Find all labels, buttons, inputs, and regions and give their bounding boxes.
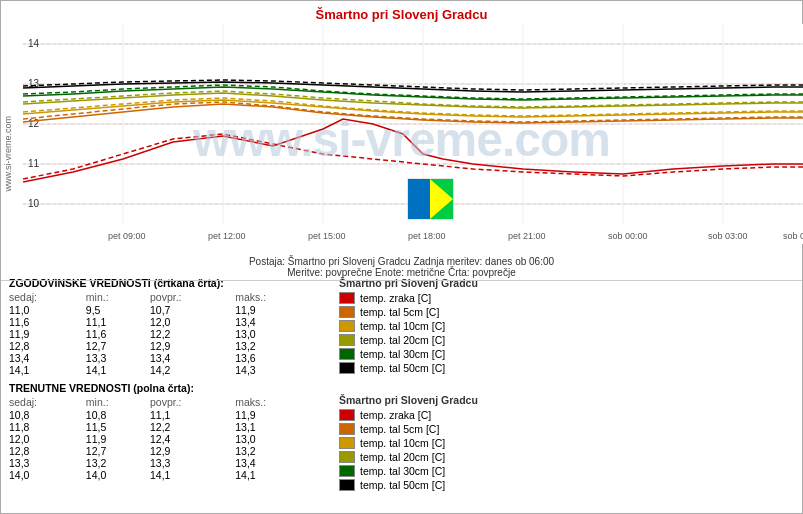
trenutne-col2: povpr.: <box>150 396 235 409</box>
legend-item: temp. tal 5cm [C] <box>339 306 794 318</box>
legend-title-repeat: Šmartno pri Slovenj Gradcu <box>339 394 794 406</box>
legend-items: temp. zraka [C]temp. tal 5cm [C]temp. ta… <box>339 292 794 374</box>
legend-item: temp. tal 5cm [C] <box>339 423 794 435</box>
table-row: 12,812,712,913,2 <box>9 445 319 457</box>
table-row: 11,911,612,213,0 <box>9 328 319 340</box>
legend-color-box <box>339 334 355 346</box>
svg-text:sob 06:00: sob 06:00 <box>783 231 803 241</box>
chart-meta-line2: Meritve: povprečne Enote: metrične Črta:… <box>1 267 802 278</box>
svg-text:pet 09:00: pet 09:00 <box>108 231 146 241</box>
legend-color-box <box>339 409 355 421</box>
si-vreme-side-label: www.si-vreme.com <box>3 116 13 192</box>
svg-text:pet 12:00: pet 12:00 <box>208 231 246 241</box>
legend-item: temp. tal 50cm [C] <box>339 362 794 374</box>
zgodovinske-table: sedaj: min.: povpr.: maks.: 11,09,510,71… <box>9 291 319 376</box>
trenutne-col3: maks.: <box>235 396 319 409</box>
legend-items-2: temp. zraka [C]temp. tal 5cm [C]temp. ta… <box>339 409 794 491</box>
legend-label: temp. tal 50cm [C] <box>360 479 445 491</box>
chart-svg-wrapper: www.si-vreme.com www.si-vreme.com <box>1 24 802 254</box>
legend-label: temp. tal 20cm [C] <box>360 451 445 463</box>
svg-text:pet 21:00: pet 21:00 <box>508 231 546 241</box>
legend-color-box <box>339 451 355 463</box>
right-legend: Šmartno pri Slovenj Gradcu temp. zraka [… <box>319 277 794 509</box>
table-row: 10,810,811,111,9 <box>9 409 319 421</box>
main-container: Šmartno pri Slovenj Gradcu www.si-vreme.… <box>0 0 803 514</box>
table-row: 11,611,112,013,4 <box>9 316 319 328</box>
legend-label: temp. zraka [C] <box>360 292 431 304</box>
svg-text:pet 15:00: pet 15:00 <box>308 231 346 241</box>
chart-meta-line1: Postaja: Šmartno pri Slovenj Gradcu Zadn… <box>1 256 802 267</box>
legend-label: temp. tal 5cm [C] <box>360 423 439 435</box>
legend-item: temp. tal 20cm [C] <box>339 451 794 463</box>
legend-color-box <box>339 292 355 304</box>
svg-text:sob 00:00: sob 00:00 <box>608 231 648 241</box>
legend-color-box <box>339 348 355 360</box>
legend-color-box <box>339 437 355 449</box>
svg-text:12: 12 <box>28 118 40 129</box>
trenutne-table: sedaj: min.: povpr.: maks.: 10,810,811,1… <box>9 396 319 481</box>
legend-label: temp. tal 10cm [C] <box>360 437 445 449</box>
table-row: 11,09,510,711,9 <box>9 304 319 316</box>
zgodovinske-col2: povpr.: <box>150 291 235 304</box>
legend-item: temp. zraka [C] <box>339 292 794 304</box>
svg-text:11: 11 <box>28 158 40 169</box>
legend-label: temp. zraka [C] <box>360 409 431 421</box>
zgodovinske-col1: min.: <box>86 291 150 304</box>
svg-text:10: 10 <box>28 198 40 209</box>
legend-label: temp. tal 30cm [C] <box>360 348 445 360</box>
trenutne-col0: sedaj: <box>9 396 86 409</box>
legend-label: temp. tal 5cm [C] <box>360 306 439 318</box>
legend-color-box <box>339 423 355 435</box>
legend-label: temp. tal 20cm [C] <box>360 334 445 346</box>
legend-item: temp. tal 30cm [C] <box>339 465 794 477</box>
chart-meta: Postaja: Šmartno pri Slovenj Gradcu Zadn… <box>1 254 802 281</box>
zgodovinske-col0: sedaj: <box>9 291 86 304</box>
svg-text:14: 14 <box>28 38 40 49</box>
legend-label: temp. tal 30cm [C] <box>360 465 445 477</box>
svg-rect-32 <box>408 179 430 219</box>
legend-item: temp. tal 10cm [C] <box>339 320 794 332</box>
legend-color-box <box>339 479 355 491</box>
chart-title: Šmartno pri Slovenj Gradcu <box>1 1 802 24</box>
zgodovinske-col3: maks.: <box>235 291 319 304</box>
legend-color-box <box>339 362 355 374</box>
table-row: 14,014,014,114,1 <box>9 469 319 481</box>
legend-item: temp. tal 10cm [C] <box>339 437 794 449</box>
chart-svg: 10 11 12 13 14 pet 09:00 pet 12:00 pet 1… <box>23 24 803 244</box>
chart-area: Šmartno pri Slovenj Gradcu www.si-vreme.… <box>1 1 802 271</box>
legend-label: temp. tal 10cm [C] <box>360 320 445 332</box>
table-row: 13,313,213,313,4 <box>9 457 319 469</box>
legend-item: temp. tal 50cm [C] <box>339 479 794 491</box>
table-row: 13,413,313,413,6 <box>9 352 319 364</box>
legend-item: temp. tal 20cm [C] <box>339 334 794 346</box>
bottom-section: ZGODOVINSKE VREDNOSTI (črtkana črta): se… <box>1 271 802 513</box>
table-row: 12,011,912,413,0 <box>9 433 319 445</box>
table-row: 11,811,512,213,1 <box>9 421 319 433</box>
legend-color-box <box>339 320 355 332</box>
trenutne-col1: min.: <box>86 396 150 409</box>
svg-text:sob 03:00: sob 03:00 <box>708 231 748 241</box>
legend-title-2: Šmartno pri Slovenj Gradcu temp. zraka [… <box>339 394 794 491</box>
legend-item: temp. tal 30cm [C] <box>339 348 794 360</box>
trenutne-header: TRENUTNE VREDNOSTI (polna črta): <box>9 382 319 394</box>
legend-item: temp. zraka [C] <box>339 409 794 421</box>
svg-text:pet 18:00: pet 18:00 <box>408 231 446 241</box>
legend-label: temp. tal 50cm [C] <box>360 362 445 374</box>
table-row: 14,114,114,214,3 <box>9 364 319 376</box>
table-row: 12,812,712,913,2 <box>9 340 319 352</box>
legend-color-box <box>339 465 355 477</box>
legend-color-box <box>339 306 355 318</box>
left-table: ZGODOVINSKE VREDNOSTI (črtkana črta): se… <box>9 277 319 509</box>
